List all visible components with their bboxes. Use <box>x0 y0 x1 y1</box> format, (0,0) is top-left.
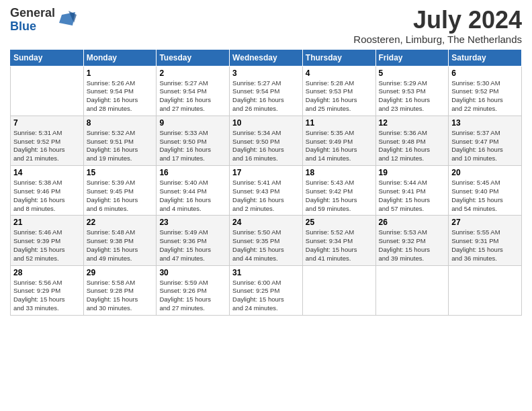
header-cell-friday: Friday <box>375 49 449 66</box>
day-cell: 6Sunrise: 5:30 AM Sunset: 9:52 PM Daylig… <box>449 66 522 116</box>
day-number: 22 <box>87 218 154 227</box>
day-info: Sunrise: 5:35 AM Sunset: 9:49 PM Dayligh… <box>306 129 373 163</box>
day-cell <box>302 265 375 315</box>
day-cell: 10Sunrise: 5:34 AM Sunset: 9:50 PM Dayli… <box>230 116 303 165</box>
day-cell: 30Sunrise: 5:59 AM Sunset: 9:26 PM Dayli… <box>157 265 230 315</box>
week-row-5: 28Sunrise: 5:56 AM Sunset: 9:29 PM Dayli… <box>11 265 522 315</box>
day-cell: 26Sunrise: 5:53 AM Sunset: 9:32 PM Dayli… <box>375 216 449 265</box>
day-cell: 17Sunrise: 5:41 AM Sunset: 9:43 PM Dayli… <box>230 166 303 216</box>
day-info: Sunrise: 5:27 AM Sunset: 9:54 PM Dayligh… <box>159 79 226 113</box>
day-cell: 5Sunrise: 5:29 AM Sunset: 9:53 PM Daylig… <box>375 66 449 116</box>
day-number: 8 <box>87 118 154 128</box>
day-cell: 18Sunrise: 5:43 AM Sunset: 9:42 PM Dayli… <box>302 166 375 216</box>
day-number: 4 <box>306 68 373 78</box>
day-number: 9 <box>159 118 226 128</box>
logo-text: General Blue <box>10 7 55 34</box>
day-info: Sunrise: 5:43 AM Sunset: 9:42 PM Dayligh… <box>306 179 373 213</box>
day-info: Sunrise: 5:48 AM Sunset: 9:38 PM Dayligh… <box>87 228 154 263</box>
day-info: Sunrise: 6:00 AM Sunset: 9:25 PM Dayligh… <box>232 279 300 313</box>
day-number: 18 <box>306 168 373 177</box>
day-number: 5 <box>379 68 446 78</box>
day-number: 10 <box>232 118 300 128</box>
header-cell-saturday: Saturday <box>449 49 522 66</box>
day-info: Sunrise: 5:58 AM Sunset: 9:28 PM Dayligh… <box>87 279 154 313</box>
day-cell: 7Sunrise: 5:31 AM Sunset: 9:52 PM Daylig… <box>11 116 84 165</box>
day-number: 1 <box>87 68 154 78</box>
week-row-4: 21Sunrise: 5:46 AM Sunset: 9:39 PM Dayli… <box>11 216 522 265</box>
day-number: 27 <box>451 218 519 227</box>
day-info: Sunrise: 5:38 AM Sunset: 9:46 PM Dayligh… <box>13 179 81 213</box>
day-cell: 21Sunrise: 5:46 AM Sunset: 9:39 PM Dayli… <box>11 216 84 265</box>
day-cell: 8Sunrise: 5:32 AM Sunset: 9:51 PM Daylig… <box>83 116 157 165</box>
day-info: Sunrise: 5:44 AM Sunset: 9:41 PM Dayligh… <box>379 179 446 213</box>
header-cell-sunday: Sunday <box>11 49 84 66</box>
logo-blue: Blue <box>10 20 55 34</box>
day-info: Sunrise: 5:41 AM Sunset: 9:43 PM Dayligh… <box>232 179 300 213</box>
day-cell: 1Sunrise: 5:26 AM Sunset: 9:54 PM Daylig… <box>83 66 157 116</box>
logo: General Blue <box>10 7 78 34</box>
day-number: 2 <box>159 68 226 78</box>
day-cell: 9Sunrise: 5:33 AM Sunset: 9:50 PM Daylig… <box>157 116 230 165</box>
page-header: General Blue July 2024 Roosteren, Limbur… <box>10 7 522 45</box>
day-number: 13 <box>451 118 519 128</box>
week-row-3: 14Sunrise: 5:38 AM Sunset: 9:46 PM Dayli… <box>11 166 522 216</box>
day-number: 7 <box>13 118 81 128</box>
day-cell: 23Sunrise: 5:49 AM Sunset: 9:36 PM Dayli… <box>157 216 230 265</box>
header-cell-monday: Monday <box>83 49 157 66</box>
day-cell: 3Sunrise: 5:27 AM Sunset: 9:54 PM Daylig… <box>230 66 303 116</box>
day-number: 31 <box>232 268 300 277</box>
day-number: 26 <box>379 218 446 227</box>
day-cell: 11Sunrise: 5:35 AM Sunset: 9:49 PM Dayli… <box>302 116 375 165</box>
day-info: Sunrise: 5:33 AM Sunset: 9:50 PM Dayligh… <box>159 129 226 163</box>
day-cell: 15Sunrise: 5:39 AM Sunset: 9:45 PM Dayli… <box>83 166 157 216</box>
day-number: 23 <box>159 218 226 227</box>
day-cell: 22Sunrise: 5:48 AM Sunset: 9:38 PM Dayli… <box>83 216 157 265</box>
calendar-table: SundayMondayTuesdayWednesdayThursdayFrid… <box>10 49 522 316</box>
day-number: 29 <box>87 268 154 277</box>
day-number: 24 <box>232 218 300 227</box>
day-cell <box>11 66 84 116</box>
day-number: 21 <box>13 218 81 227</box>
header-row: SundayMondayTuesdayWednesdayThursdayFrid… <box>11 49 522 66</box>
day-cell: 20Sunrise: 5:45 AM Sunset: 9:40 PM Dayli… <box>449 166 522 216</box>
logo-icon <box>56 9 78 31</box>
day-cell <box>449 265 522 315</box>
day-info: Sunrise: 5:50 AM Sunset: 9:35 PM Dayligh… <box>232 228 300 263</box>
day-info: Sunrise: 5:45 AM Sunset: 9:40 PM Dayligh… <box>451 179 519 213</box>
day-cell: 25Sunrise: 5:52 AM Sunset: 9:34 PM Dayli… <box>302 216 375 265</box>
day-info: Sunrise: 5:28 AM Sunset: 9:53 PM Dayligh… <box>306 79 373 113</box>
day-info: Sunrise: 5:34 AM Sunset: 9:50 PM Dayligh… <box>232 129 300 163</box>
day-cell: 2Sunrise: 5:27 AM Sunset: 9:54 PM Daylig… <box>157 66 230 116</box>
day-cell: 31Sunrise: 6:00 AM Sunset: 9:25 PM Dayli… <box>230 265 303 315</box>
day-info: Sunrise: 5:27 AM Sunset: 9:54 PM Dayligh… <box>232 79 300 113</box>
day-number: 20 <box>451 168 519 177</box>
day-info: Sunrise: 5:36 AM Sunset: 9:48 PM Dayligh… <box>379 129 446 163</box>
day-info: Sunrise: 5:52 AM Sunset: 9:34 PM Dayligh… <box>306 228 373 263</box>
day-cell: 19Sunrise: 5:44 AM Sunset: 9:41 PM Dayli… <box>375 166 449 216</box>
day-info: Sunrise: 5:26 AM Sunset: 9:54 PM Dayligh… <box>87 79 154 113</box>
day-number: 28 <box>13 268 81 277</box>
day-cell: 27Sunrise: 5:55 AM Sunset: 9:31 PM Dayli… <box>449 216 522 265</box>
day-info: Sunrise: 5:31 AM Sunset: 9:52 PM Dayligh… <box>13 129 81 163</box>
logo-general: General <box>10 7 55 20</box>
day-info: Sunrise: 5:49 AM Sunset: 9:36 PM Dayligh… <box>159 228 226 263</box>
day-number: 11 <box>306 118 373 128</box>
day-info: Sunrise: 5:55 AM Sunset: 9:31 PM Dayligh… <box>451 228 519 263</box>
day-number: 25 <box>306 218 373 227</box>
day-cell: 12Sunrise: 5:36 AM Sunset: 9:48 PM Dayli… <box>375 116 449 165</box>
day-number: 3 <box>232 68 300 78</box>
title-block: July 2024 Roosteren, Limburg, The Nether… <box>353 7 522 45</box>
day-info: Sunrise: 5:37 AM Sunset: 9:47 PM Dayligh… <box>451 129 519 163</box>
day-cell: 24Sunrise: 5:50 AM Sunset: 9:35 PM Dayli… <box>230 216 303 265</box>
day-cell: 16Sunrise: 5:40 AM Sunset: 9:44 PM Dayli… <box>157 166 230 216</box>
day-info: Sunrise: 5:56 AM Sunset: 9:29 PM Dayligh… <box>13 279 81 313</box>
day-number: 19 <box>379 168 446 177</box>
day-info: Sunrise: 5:32 AM Sunset: 9:51 PM Dayligh… <box>87 129 154 163</box>
week-row-2: 7Sunrise: 5:31 AM Sunset: 9:52 PM Daylig… <box>11 116 522 165</box>
day-cell: 13Sunrise: 5:37 AM Sunset: 9:47 PM Dayli… <box>449 116 522 165</box>
day-info: Sunrise: 5:40 AM Sunset: 9:44 PM Dayligh… <box>159 179 226 213</box>
day-info: Sunrise: 5:59 AM Sunset: 9:26 PM Dayligh… <box>159 279 226 313</box>
day-info: Sunrise: 5:46 AM Sunset: 9:39 PM Dayligh… <box>13 228 81 263</box>
day-number: 14 <box>13 168 81 177</box>
month-year: July 2024 <box>353 7 522 34</box>
